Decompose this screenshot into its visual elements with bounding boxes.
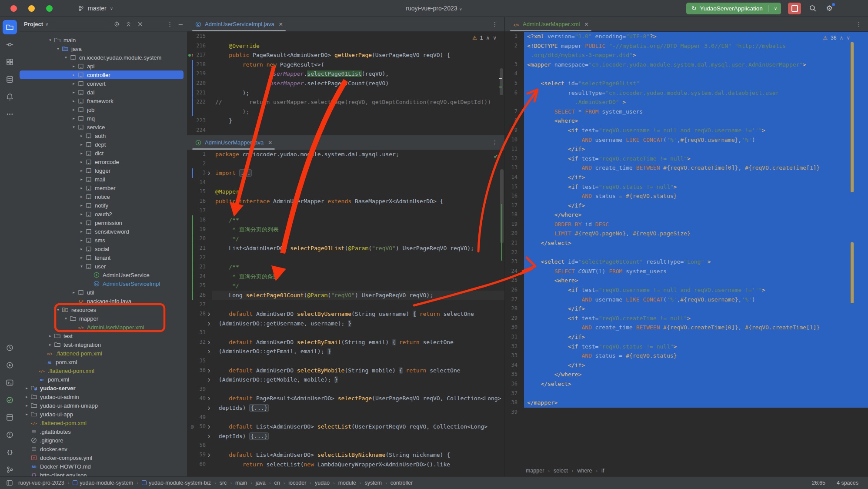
code-line[interactable]: 31 </if>	[505, 332, 868, 342]
line-number[interactable]: 217	[194, 50, 206, 60]
line-number[interactable]: 24	[194, 272, 206, 281]
fold-arrow-icon[interactable]: ❯	[207, 347, 211, 356]
code-line[interactable]: 33 AND status = #{reqVO.status}	[505, 351, 868, 361]
gutter[interactable]: 6	[505, 88, 524, 98]
activity-checks-icon[interactable]	[3, 393, 17, 407]
chevron-right-icon[interactable]: ▸	[78, 177, 85, 181]
status-path-item[interactable]: system	[364, 480, 382, 486]
code-line[interactable]: 22	[187, 253, 504, 263]
code-text[interactable]: </select>	[524, 379, 868, 389]
git-branch-widget[interactable]: master ∨	[78, 5, 113, 12]
code-text[interactable]: </if>	[524, 144, 868, 154]
code-line[interactable]: 32❯ default AdminUserDO selectByEmail(St…	[187, 338, 504, 347]
code-text[interactable]	[212, 126, 504, 135]
activity-git-icon[interactable]	[3, 462, 17, 477]
line-number[interactable]: 2	[194, 159, 206, 169]
code-text[interactable]: SELECT * FROM system_users	[524, 107, 868, 117]
code-text[interactable]: ORDER BY id DESC	[524, 220, 868, 229]
line-number[interactable]: 40	[194, 394, 206, 403]
tree-item-user[interactable]: ▾user	[20, 262, 184, 271]
status-path-item[interactable]: cn	[274, 480, 280, 486]
gutter[interactable]: 26	[187, 291, 212, 300]
close-tab-icon[interactable]: ✕	[268, 140, 272, 146]
tree-item--flattened-pom-xml[interactable]: </>.flattened-pom.xml	[20, 366, 184, 375]
code-text[interactable]: * 查询分页的列表	[212, 225, 504, 234]
code-line[interactable]: 24 * 查询分页的条数	[187, 272, 504, 281]
editor-options-kebab-icon[interactable]: ⋮	[856, 21, 868, 28]
tree-item-mapper[interactable]: ▾mapper	[20, 314, 184, 323]
chevron-right-icon[interactable]: ▸	[78, 186, 85, 190]
gutter[interactable]: ❯	[187, 347, 212, 356]
code-text[interactable]	[212, 159, 504, 169]
tab-adminusermapper-java[interactable]: I AdminUserMapper.java ✕	[190, 135, 277, 150]
code-text[interactable]: default List<AdminUserDO> selectList(Use…	[212, 422, 504, 432]
code-text[interactable]: );	[212, 107, 504, 117]
gutter[interactable]: 19	[187, 225, 212, 234]
code-text[interactable]: <if test="reqVO.createTime != null">	[524, 154, 868, 164]
gutter[interactable]: 2	[505, 41, 524, 51]
code-line[interactable]: 34 </if>	[505, 361, 868, 370]
inspections-widget-top[interactable]: ⚠1 ∧∨	[472, 35, 497, 41]
code-line[interactable]: 23 /**	[187, 262, 504, 272]
gutter[interactable]: 16	[505, 191, 524, 201]
indent-setting[interactable]: 4 spaces	[837, 480, 858, 486]
code-line[interactable]: 36❯ default AdminUserDO selectByMobile(S…	[187, 366, 504, 375]
code-text[interactable]	[212, 328, 504, 338]
gutter[interactable]: 29	[505, 314, 524, 323]
tree-item-mail[interactable]: ▸mail	[20, 175, 184, 184]
code-text[interactable]	[524, 389, 868, 399]
chevron-right-icon[interactable]: ▸	[78, 142, 85, 147]
tree-item-cn-iocoder-yudao-module-system[interactable]: ▾cn.iocoder.yudao.module.system	[20, 53, 184, 62]
breadcrumb-item[interactable]: if	[601, 468, 604, 474]
gutter[interactable]: 23	[187, 262, 212, 272]
chevron-right-icon[interactable]: ▸	[23, 386, 30, 390]
activity-more-icon[interactable]	[3, 107, 17, 121]
line-number[interactable]: 31	[194, 328, 206, 338]
line-number[interactable]: 16	[194, 197, 206, 206]
line-number[interactable]: 28	[506, 304, 517, 314]
editor-adminuserserviceimpl[interactable]: 215216 @Override●↑217 public PageResult<…	[187, 32, 504, 135]
gutter[interactable]: 216	[187, 41, 212, 51]
gutter[interactable]: 21	[187, 244, 212, 253]
tree-item-main[interactable]: ▾main	[20, 36, 184, 44]
line-number[interactable]: 35	[194, 356, 206, 366]
code-text[interactable]	[212, 385, 504, 394]
tree-item-sms[interactable]: ▸sms	[20, 236, 184, 244]
code-line[interactable]: 17 </if>	[505, 201, 868, 211]
code-line[interactable]: @50❯ default List<AdminUserDO> selectLis…	[187, 422, 504, 432]
line-number[interactable]: 3	[506, 60, 517, 70]
gutter[interactable]: 49	[187, 413, 212, 422]
code-text[interactable]	[212, 253, 504, 263]
tree-item-tenant[interactable]: ▸tenant	[20, 253, 184, 262]
activity-notifications-icon[interactable]	[3, 90, 17, 104]
code-text[interactable]: AND create_time BETWEEN #{reqVO.createTi…	[524, 163, 868, 173]
code-text[interactable]: }	[212, 116, 504, 126]
code-text[interactable]: package cn.iocoder.yudao.module.system.d…	[212, 150, 504, 159]
code-line[interactable]: 36 </select>	[505, 379, 868, 389]
code-line[interactable]: 16public interface AdminUserMapper exten…	[187, 197, 504, 206]
gutter[interactable]: 18	[187, 215, 212, 225]
code-line[interactable]: 11 </if>	[505, 144, 868, 154]
tree-item-notice[interactable]: ▸notice	[20, 192, 184, 201]
line-number[interactable]: 19	[194, 225, 206, 234]
status-path-item[interactable]: src	[220, 480, 227, 486]
code-text[interactable]	[212, 32, 504, 41]
status-path-item[interactable]: iocoder	[288, 480, 306, 486]
gutter[interactable]: 27	[187, 300, 212, 310]
code-text[interactable]: AND username LIKE CONCAT('%',#{reqVO.use…	[524, 295, 868, 305]
code-line[interactable]: 49	[187, 413, 504, 422]
code-line[interactable]: 27	[187, 300, 504, 310]
code-line[interactable]: ❯ deptIds) {...}	[187, 432, 504, 441]
code-line[interactable]: 35 </where>	[505, 370, 868, 379]
gutter[interactable]: 15	[505, 182, 524, 192]
chevron-right-icon[interactable]: ▸	[78, 160, 85, 164]
code-text[interactable]	[524, 408, 868, 417]
fold-arrow-icon[interactable]: ❯	[207, 432, 211, 441]
gutter[interactable]: 25	[187, 281, 212, 291]
line-number[interactable]: 7	[506, 107, 517, 117]
gutter[interactable]: 58	[187, 441, 212, 450]
line-number[interactable]: 18	[194, 215, 206, 225]
line-number[interactable]: 1	[506, 32, 517, 41]
line-number[interactable]: 35	[506, 370, 517, 379]
code-line[interactable]: 3<mapper namespace="cn.iocoder.yudao.mod…	[505, 60, 868, 70]
